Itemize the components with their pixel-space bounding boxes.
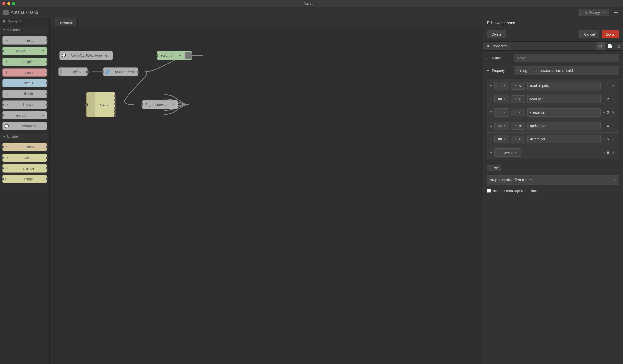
switch-icon: ⤙ [3, 154, 10, 162]
rule-value-input[interactable] [527, 108, 601, 117]
palette-status[interactable]: ⎍status [2, 79, 47, 87]
output-port-5[interactable] [114, 110, 116, 113]
input-port[interactable] [85, 103, 88, 106]
filter-input[interactable] [8, 20, 47, 24]
delete-rule-icon[interactable]: ✕ [611, 123, 616, 129]
settings-icon[interactable]: ⚙ [596, 42, 605, 50]
appearance-icon[interactable]: ◻ [615, 42, 623, 50]
delete-rule-icon[interactable]: ✕ [611, 83, 616, 89]
delete-button[interactable]: Delete [487, 30, 506, 39]
operator-select[interactable]: ==▼ [494, 122, 509, 130]
close-icon[interactable] [2, 2, 5, 5]
rule-value-input[interactable] [527, 122, 601, 130]
rule-value-input[interactable] [527, 82, 601, 90]
drag-handle-icon[interactable]: ≡ [490, 110, 492, 115]
inject-icon: → [3, 37, 10, 44]
operator-select[interactable]: otherwise▼ [494, 149, 521, 157]
minimize-icon[interactable] [7, 2, 10, 5]
properties-tab[interactable]: ⚙ Properties [483, 42, 511, 50]
property-value-input[interactable] [531, 67, 619, 74]
node-label: inject 1 [70, 70, 87, 74]
add-tab-button[interactable]: ＋ [79, 19, 87, 26]
output-port-1[interactable] [114, 95, 116, 97]
operator-select[interactable]: ==▼ [494, 108, 509, 117]
palette-comment[interactable]: 💬comment [2, 122, 47, 130]
drag-handle-icon[interactable]: ≡ [490, 84, 492, 88]
value-type-select[interactable]: ▼ᵃ⁄ᴢ [511, 95, 525, 103]
deploy-button[interactable]: ⇉ Deploy ▼ [579, 9, 610, 16]
value-type-select[interactable]: ▼ᵃ⁄ᴢ [511, 82, 525, 89]
output-port[interactable] [137, 71, 139, 73]
palette-node-label: debug [3, 49, 39, 53]
palette-node-label: complete [10, 60, 47, 64]
maximize-icon[interactable] [12, 2, 15, 5]
operator-select[interactable]: ==▼ [494, 95, 509, 103]
output-port [46, 157, 48, 159]
palette-catch[interactable]: !catch [2, 68, 47, 77]
palette-function[interactable]: ƒfunction [2, 143, 47, 151]
palette-node-label: inject [10, 39, 47, 42]
delete-rule-icon[interactable]: ✕ [611, 96, 616, 103]
palette-link-out[interactable]: link out⇢ [2, 111, 47, 119]
palette-complete[interactable]: !complete [2, 58, 47, 66]
palette-link-in[interactable]: ⇢link in [2, 90, 47, 98]
delete-rule-icon[interactable]: ✕ [611, 109, 616, 116]
rule-output: → 2 [602, 97, 609, 101]
chevron-down-icon: ▼ [503, 98, 506, 100]
palette-link-call[interactable]: ⇢link call [2, 101, 47, 109]
output-port-2[interactable] [114, 99, 116, 101]
chevron-down-icon: ▼ [515, 85, 517, 87]
category-function[interactable]: ▼function [0, 133, 49, 140]
drag-handle-icon[interactable]: ≡ [490, 137, 492, 141]
rule-value-input[interactable] [527, 95, 601, 103]
flow-node-load-rules[interactable]: 💬 load Http Rules from msg [59, 51, 113, 60]
palette-switch[interactable]: ⤙switch [2, 153, 47, 162]
palette-debug[interactable]: debug≡ [2, 47, 47, 55]
tab-example[interactable]: example [54, 18, 78, 26]
value-type-select[interactable]: ▼ᵃ⁄ᴢ [511, 109, 525, 116]
name-input[interactable] [514, 54, 619, 62]
palette-inject[interactable]: →inject [2, 36, 47, 44]
hamburger-menu-icon[interactable]: ☰ [612, 9, 620, 17]
link out-icon: ⇢ [39, 111, 47, 119]
drag-handle-icon[interactable]: ≡ [490, 150, 492, 155]
debug-toggle[interactable] [185, 52, 192, 59]
value-type-select[interactable]: ▼ᵃ⁄ᴢ [511, 122, 525, 130]
editor-title: Edit switch node [483, 18, 623, 28]
delete-rule-icon[interactable]: ✕ [611, 150, 616, 156]
palette-range[interactable]: ⊢range [2, 175, 47, 183]
value-type-select[interactable]: ▼ᵃ⁄ᴢ [511, 135, 525, 143]
input-port[interactable] [102, 71, 104, 73]
recreate-checkbox[interactable] [487, 189, 491, 193]
flow-node-api-gateway[interactable]: 🌐 API Gateway [103, 67, 138, 76]
palette-change[interactable]: ⇄change [2, 164, 47, 172]
input-port[interactable] [141, 103, 143, 106]
output-port-6[interactable] [114, 114, 116, 117]
operator-select[interactable]: ==▼ [494, 135, 509, 143]
flow-node-switch[interactable]: ⤙ switch [86, 92, 115, 117]
node-label: switch [95, 92, 115, 117]
property-type-select[interactable]: ▼ msg. [514, 66, 531, 75]
match-mode-select[interactable]: stopping after first match ▼ [487, 175, 619, 185]
drag-handle-icon[interactable]: ≡ [490, 97, 492, 101]
drag-handle-icon[interactable]: ≡ [490, 124, 492, 128]
cancel-button[interactable]: Cancel [579, 30, 600, 39]
delete-rule-icon[interactable]: ✕ [611, 136, 616, 143]
description-icon[interactable]: 📄 [605, 42, 615, 50]
output-port-4[interactable] [114, 107, 116, 109]
operator-select[interactable]: ==▼ [494, 82, 509, 90]
output-port[interactable] [86, 71, 89, 73]
inject-trigger[interactable] [59, 68, 62, 76]
switch-icon: ⤙ [87, 92, 95, 117]
input-port[interactable] [156, 54, 158, 57]
flow-canvas[interactable]: 💬 load Http Rules from msg → inject 1 🌐 … [50, 27, 483, 364]
output-port-3[interactable] [114, 103, 116, 105]
flow-node-actionid[interactable]: actionId ≡ [157, 51, 192, 60]
flow-node-inject[interactable]: → inject 1 [58, 67, 88, 76]
add-rule-button[interactable]: ＋ add [487, 165, 501, 171]
category-common[interactable]: ▼common [0, 26, 49, 34]
chevron-down-icon: ▼ [517, 69, 519, 72]
done-button[interactable]: Done [602, 30, 619, 39]
flow-node-http-response[interactable]: http response ↩ [142, 100, 178, 109]
rule-value-input[interactable] [527, 135, 601, 143]
